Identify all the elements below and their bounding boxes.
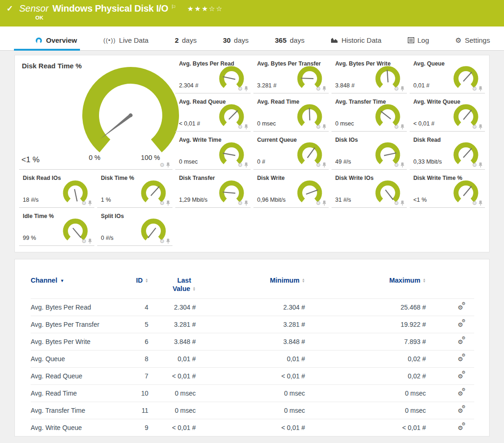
column-label: Maximum — [389, 277, 420, 284]
channel-settings-icon[interactable]: ⚙⚙ — [458, 390, 463, 397]
gear-icon[interactable]: ⚙ — [159, 200, 165, 206]
channel-settings-icon[interactable]: ⚙⚙ — [458, 304, 463, 311]
gear-icon[interactable]: ⚙ — [394, 162, 399, 168]
channel-gauge-value: 99 % — [23, 235, 36, 241]
pin-icon[interactable] — [166, 238, 170, 244]
channel-last-value: 0,01 # — [148, 350, 196, 368]
pin-icon[interactable] — [244, 162, 248, 168]
channel-gauge-cell: Split IOs 0 #/s ⚙ — [97, 208, 172, 246]
pin-icon[interactable] — [166, 200, 170, 206]
channel-gauge-value: 18 #/s — [23, 197, 39, 203]
primary-gauge — [77, 66, 184, 157]
sensor-kind-label: Sensor — [19, 3, 48, 14]
flag-icon[interactable]: ⚐ — [171, 4, 176, 10]
channel-gauge-value: 3.848 # — [335, 82, 355, 89]
pin-icon[interactable] — [400, 124, 405, 130]
pin-icon[interactable] — [244, 124, 248, 130]
tab-label: Overview — [46, 36, 77, 44]
tab-live-data[interactable]: ((•)) Live Data — [103, 36, 148, 50]
channel-name: Avg. Read Queue — [31, 368, 119, 385]
column-header-maximum[interactable]: Maximum▲▼ — [305, 276, 426, 299]
gear-icon[interactable]: ⚙ — [472, 162, 477, 168]
pin-icon[interactable] — [244, 86, 248, 92]
channel-gauge-value: < 0,01 # — [413, 120, 435, 127]
gear-icon[interactable]: ⚙ — [394, 124, 399, 130]
tab-number: 2 — [175, 36, 179, 44]
column-header-id[interactable]: ID▲▼ — [119, 276, 148, 299]
table-row: Avg. Read Time 10 0 msec 0 msec 0 msec ⚙… — [31, 385, 474, 402]
column-label: Last — [177, 277, 191, 284]
channel-gauge-value: < 0,01 # — [179, 120, 200, 127]
pin-icon[interactable] — [322, 86, 326, 92]
column-header-channel[interactable]: Channel▼ — [31, 276, 119, 299]
pin-icon[interactable] — [400, 86, 405, 92]
pin-icon[interactable] — [478, 200, 483, 206]
gear-icon[interactable]: ⚙ — [238, 124, 243, 130]
gear-icon[interactable]: ⚙ — [238, 86, 243, 92]
pin-icon[interactable] — [400, 162, 405, 168]
channel-last-value: 2.304 # — [148, 299, 196, 316]
settings-gear-icon: ⚙ — [455, 37, 461, 44]
channel-settings-icon[interactable]: ⚙⚙ — [458, 407, 463, 414]
pin-icon[interactable] — [244, 200, 248, 206]
log-icon — [408, 37, 414, 43]
column-header-minimum[interactable]: Minimum▲▼ — [196, 276, 305, 299]
channel-gauge-cell: Avg. Queue 0,01 # ⚙ — [410, 55, 485, 93]
pin-icon[interactable] — [88, 238, 92, 244]
gear-icon[interactable]: ⚙ — [316, 200, 321, 206]
stars-filled[interactable]: ★★★ — [187, 5, 209, 13]
tab-overview[interactable]: Overview — [35, 36, 77, 50]
tab-settings[interactable]: ⚙ Settings — [455, 36, 490, 50]
gear-icon[interactable]: ⚙ — [316, 162, 321, 168]
channel-settings-icon[interactable]: ⚙⚙ — [458, 424, 463, 431]
tab-365-days[interactable]: 365 days — [275, 36, 305, 50]
tab-log[interactable]: Log — [408, 36, 429, 50]
channel-name: Avg. Queue — [31, 350, 119, 368]
gear-icon[interactable]: ⚙ — [472, 86, 477, 92]
pin-icon[interactable] — [166, 162, 170, 168]
gear-icon[interactable]: ⚙ — [81, 200, 86, 206]
column-header-last-value[interactable]: Last Value▲▼ — [148, 276, 196, 299]
gear-icon[interactable]: ⚙ — [472, 124, 477, 130]
pin-icon[interactable] — [478, 162, 483, 168]
channel-gauge-cell: Avg. Transfer Time 0 msec ⚙ — [332, 93, 407, 132]
gear-icon[interactable]: ⚙ — [316, 124, 321, 130]
pin-icon[interactable] — [322, 124, 326, 130]
gear-icon[interactable]: ⚙ — [238, 162, 243, 168]
channel-id: 11 — [119, 402, 148, 419]
channel-gauge-value: 0 #/s — [101, 235, 113, 241]
pin-icon[interactable] — [478, 86, 483, 92]
pin-icon[interactable] — [478, 124, 483, 130]
channel-gauge-value: 0 msec — [335, 120, 354, 127]
gear-icon[interactable]: ⚙ — [394, 200, 399, 206]
channel-settings-icon[interactable]: ⚙⚙ — [458, 338, 463, 345]
gear-icon[interactable]: ⚙ — [159, 162, 165, 168]
stars-empty[interactable]: ☆☆ — [209, 5, 223, 13]
pin-icon[interactable] — [88, 200, 92, 206]
tab-historic-data[interactable]: Historic Data — [331, 36, 381, 50]
gauge-max-label: 100 % — [141, 154, 160, 161]
gear-icon[interactable]: ⚙ — [81, 238, 86, 244]
channel-gauge-value: 0,33 Mbit/s — [413, 159, 442, 165]
tab-30-days[interactable]: 30 days — [223, 36, 248, 50]
gear-icon[interactable]: ⚙ — [316, 86, 321, 92]
gear-icon[interactable]: ⚙ — [159, 238, 165, 244]
channel-id: 5 — [119, 316, 148, 333]
channel-table: Channel▼ ID▲▼ Last Value▲▼ Minimum▲▼ Max… — [31, 276, 474, 436]
tab-2-days[interactable]: 2 days — [175, 36, 197, 50]
pin-icon[interactable] — [322, 200, 326, 206]
gear-icon[interactable]: ⚙ — [238, 200, 243, 206]
gear-icon[interactable]: ⚙ — [472, 200, 477, 206]
pin-icon[interactable] — [400, 200, 405, 206]
gear-icon[interactable]: ⚙ — [394, 86, 399, 92]
channel-gauge-value: 0,96 Mbit/s — [257, 197, 285, 203]
channel-settings-icon[interactable]: ⚙⚙ — [458, 355, 463, 363]
priority-rating[interactable]: ★★★☆☆ — [187, 5, 223, 13]
page-title: Windows Physical Disk I/O — [53, 3, 168, 14]
pin-icon[interactable] — [322, 162, 326, 168]
channel-gauge-cell: Disk IOs 49 #/s ⚙ — [332, 132, 407, 170]
channel-gauge-value: 3.281 # — [257, 82, 277, 89]
channel-settings-icon[interactable]: ⚙⚙ — [458, 372, 463, 380]
channel-id: 7 — [119, 368, 148, 385]
channel-settings-icon[interactable]: ⚙⚙ — [458, 321, 463, 328]
